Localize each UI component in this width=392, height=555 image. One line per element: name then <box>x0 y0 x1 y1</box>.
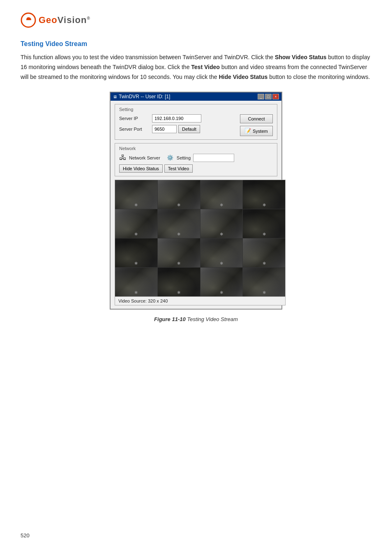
setting-label: Setting <box>177 155 191 160</box>
server-ip-row: Server IP <box>119 114 236 123</box>
system-label: System <box>253 129 268 134</box>
network-status-box <box>193 154 234 162</box>
restore-button[interactable]: □ <box>265 94 272 99</box>
video-star: ✱ <box>177 290 180 295</box>
dialog-content: Setting Server IP Server Port Default <box>111 101 281 309</box>
video-star: ✱ <box>134 261 138 266</box>
video-cell-4-1: ✱ <box>115 268 157 296</box>
video-star: ✱ <box>134 232 138 236</box>
twin-dvr-dialog: 🖥 TwinDVR -- User ID: [1] _ □ × Setting … <box>110 92 282 310</box>
video-star: ✱ <box>177 261 180 266</box>
video-cell-1-2: ✱ <box>158 180 200 209</box>
video-star: ✱ <box>177 203 180 207</box>
video-star: ✱ <box>177 232 180 236</box>
video-cell-1-1: ✱ <box>115 180 157 209</box>
video-star: ✱ <box>263 261 266 266</box>
gear-icon: ⚙️ <box>167 155 173 161</box>
video-cell-3-2: ✱ <box>158 238 200 267</box>
test-video-button[interactable]: Test Video <box>164 164 193 173</box>
video-star: ✱ <box>220 232 223 236</box>
video-cell-4-3: ✱ <box>201 268 243 296</box>
connect-button[interactable]: Connect <box>240 114 273 123</box>
network-btn-row[interactable]: Hide Video Status Test Video <box>119 164 273 173</box>
video-star: ✱ <box>220 290 223 295</box>
video-cell-3-3: ✱ <box>201 238 243 267</box>
dialog-wrapper: 🖥 TwinDVR -- User ID: [1] _ □ × Setting … <box>21 92 371 310</box>
setting-section: Server IP Server Port Default Connect 📝 <box>119 114 273 136</box>
server-ip-label: Server IP <box>119 116 152 121</box>
figure-caption: Figure 11-10 Testing Video Stream <box>21 316 371 322</box>
network-row: 🖧 Network Server ⚙️ Setting <box>119 153 273 162</box>
titlebar-left: 🖥 TwinDVR -- User ID: [1] <box>113 94 170 99</box>
figure-caption-text: Testing Video Stream <box>187 316 238 322</box>
video-cell-2-3: ✱ <box>201 209 243 238</box>
network-server-icon: 🖧 <box>119 153 127 162</box>
dialog-titlebar: 🖥 TwinDVR -- User ID: [1] _ □ × <box>111 92 281 101</box>
video-grid: ✱ ✱ ✱ ✱ ✱ ✱ ✱ <box>115 180 286 297</box>
video-cell-2-2: ✱ <box>158 209 200 238</box>
setting-legend: Setting <box>119 107 273 112</box>
section-title: Testing Video Stream <box>21 40 371 48</box>
dialog-title: TwinDVR -- User ID: [1] <box>119 94 170 99</box>
dialog-app-icon: 🖥 <box>113 95 117 99</box>
server-port-input[interactable] <box>152 125 177 133</box>
video-star: ✱ <box>263 290 266 295</box>
video-cell-2-1: ✱ <box>115 209 157 238</box>
right-buttons: Connect 📝 System <box>240 114 273 136</box>
server-port-row: Server Port Default <box>119 125 236 133</box>
hide-video-status-button[interactable]: Hide Video Status <box>119 164 163 173</box>
network-legend: Network <box>119 146 273 151</box>
video-star: ✱ <box>263 203 266 207</box>
system-icon: 📝 <box>244 128 251 134</box>
video-cell-3-4: ✱ <box>243 238 285 267</box>
video-star: ✱ <box>220 261 223 266</box>
setting-fields: Server IP Server Port Default <box>119 114 236 136</box>
geovision-logo-icon <box>21 12 36 28</box>
video-star: ✱ <box>134 290 138 295</box>
video-cell-1-4: ✱ <box>243 180 285 209</box>
close-button[interactable]: × <box>272 94 279 99</box>
logo-text: GeoVision® <box>39 15 90 25</box>
video-cell-2-4: ✱ <box>243 209 285 238</box>
minimize-button[interactable]: _ <box>258 94 264 99</box>
server-ip-input[interactable] <box>152 114 201 123</box>
network-fieldset: Network 🖧 Network Server ⚙️ Setting Hide… <box>115 143 277 176</box>
video-cell-3-1: ✱ <box>115 238 157 267</box>
video-cell-4-2: ✱ <box>158 268 200 296</box>
titlebar-controls[interactable]: _ □ × <box>258 94 279 99</box>
setting-fieldset: Setting Server IP Server Port Default <box>115 104 277 140</box>
video-star: ✱ <box>220 203 223 207</box>
page-number: 520 <box>21 532 30 539</box>
video-cell-1-3: ✱ <box>201 180 243 209</box>
video-star: ✱ <box>134 203 138 207</box>
logo-area: GeoVision® <box>21 12 371 28</box>
video-cell-4-4: ✱ <box>243 268 285 296</box>
body-text: This function allows you to test the vid… <box>21 53 371 82</box>
video-source-text: Video Source: 320 x 240 <box>115 297 286 305</box>
video-star: ✱ <box>263 232 266 236</box>
server-port-label: Server Port <box>119 127 152 132</box>
network-server-label: Network Server <box>129 155 160 160</box>
system-button[interactable]: 📝 System <box>240 126 273 136</box>
default-button[interactable]: Default <box>178 125 200 133</box>
figure-label: Figure 11-10 <box>154 316 186 322</box>
